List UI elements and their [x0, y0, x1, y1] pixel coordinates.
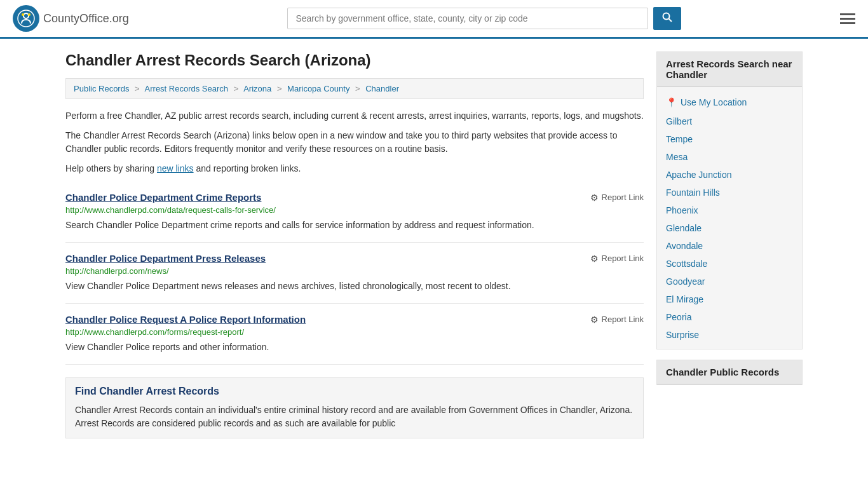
- report-link-label-2: Report Link: [602, 315, 644, 324]
- sidebar-city-11: Peoria: [657, 308, 802, 326]
- location-pin-icon: 📍: [666, 97, 677, 107]
- sidebar-city-8: Scottsdale: [657, 255, 802, 273]
- report-icon-2: ⚙: [590, 315, 599, 325]
- nearby-title: Arrest Records Search near Chandler: [657, 52, 802, 87]
- menu-line-2: [840, 18, 855, 20]
- svg-point-2: [22, 13, 24, 16]
- nearby-list: 📍 Use My Location Gilbert Tempe Mesa Apa…: [657, 87, 802, 349]
- record-url-2: http://www.chandlerpd.com/forms/request-…: [65, 327, 644, 337]
- sidebar-city-link-11[interactable]: Peoria: [666, 312, 691, 322]
- record-url-0: http://www.chandlerpd.com/data/request-c…: [65, 205, 644, 215]
- sidebar-city-10: El Mirage: [657, 290, 802, 308]
- nearby-box: Arrest Records Search near Chandler 📍 Us…: [656, 51, 803, 349]
- search-area: [287, 7, 681, 30]
- logo-name: CountyOffice: [43, 12, 109, 25]
- sidebar-city-link-2[interactable]: Mesa: [666, 152, 688, 162]
- sidebar-city-link-9[interactable]: Goodyear: [666, 276, 705, 287]
- sidebar: Arrest Records Search near Chandler 📍 Us…: [656, 51, 803, 438]
- svg-point-4: [663, 13, 670, 20]
- sidebar-city-0: Gilbert: [657, 112, 802, 130]
- menu-line-3: [840, 22, 855, 24]
- logo-suffix: .org: [109, 12, 129, 25]
- sidebar-city-9: Goodyear: [657, 273, 802, 290]
- logo-area: CountyOffice.org: [13, 5, 129, 32]
- use-location-item: 📍 Use My Location: [657, 92, 802, 112]
- report-link-label-1: Report Link: [602, 254, 644, 263]
- new-links-link[interactable]: new links: [157, 163, 194, 173]
- sidebar-city-6: Glendale: [657, 219, 802, 237]
- bc-sep-1: >: [135, 84, 140, 93]
- logo-icon: [13, 5, 39, 32]
- bc-sep-3: >: [277, 84, 282, 93]
- description-para1: Perform a free Chandler, AZ public arres…: [65, 109, 644, 123]
- content-area: Chandler Arrest Records Search (Arizona)…: [65, 51, 644, 438]
- sidebar-city-link-7[interactable]: Avondale: [666, 241, 703, 251]
- record-title-0[interactable]: Chandler Police Department Crime Reports: [65, 192, 261, 203]
- sidebar-city-link-8[interactable]: Scottsdale: [666, 259, 707, 269]
- record-item-1: Chandler Police Department Press Release…: [65, 243, 644, 304]
- record-header-2: Chandler Police Request A Police Report …: [65, 314, 644, 325]
- record-title-1[interactable]: Chandler Police Department Press Release…: [65, 253, 266, 264]
- sidebar-city-12: Surprise: [657, 326, 802, 344]
- sidebar-city-2: Mesa: [657, 148, 802, 166]
- report-link-btn-1[interactable]: ⚙ Report Link: [590, 254, 644, 264]
- sidebar-city-link-4[interactable]: Fountain Hills: [666, 187, 720, 198]
- bc-sep-2: >: [234, 84, 239, 93]
- report-icon-0: ⚙: [590, 193, 599, 203]
- bc-sep-4: >: [355, 84, 360, 93]
- record-desc-1: View Chandler Police Department news rel…: [65, 280, 644, 293]
- page-title: Chandler Arrest Records Search (Arizona): [65, 51, 644, 69]
- record-desc-2: View Chandler Police reports and other i…: [65, 341, 644, 354]
- menu-button[interactable]: [840, 13, 855, 24]
- desc-para3-suffix: and reporting broken links.: [194, 163, 301, 173]
- report-link-btn-0[interactable]: ⚙ Report Link: [590, 193, 644, 203]
- main-container: Chandler Arrest Records Search (Arizona)…: [53, 39, 815, 451]
- report-link-label-0: Report Link: [602, 193, 644, 202]
- records-list: Chandler Police Department Crime Reports…: [65, 182, 644, 365]
- sidebar-city-link-10[interactable]: El Mirage: [666, 294, 703, 304]
- search-input[interactable]: [287, 8, 648, 29]
- sidebar-city-7: Avondale: [657, 237, 802, 255]
- header: CountyOffice.org: [0, 0, 868, 39]
- public-records-title: Chandler Public Records: [657, 360, 802, 384]
- find-section: Find Chandler Arrest Records Chandler Ar…: [65, 377, 644, 438]
- find-section-title: Find Chandler Arrest Records: [75, 386, 634, 397]
- record-title-2[interactable]: Chandler Police Request A Police Report …: [65, 314, 306, 325]
- sidebar-city-link-5[interactable]: Phoenix: [666, 205, 698, 215]
- breadcrumb-public-records[interactable]: Public Records: [74, 84, 129, 93]
- svg-line-5: [669, 19, 672, 22]
- breadcrumb-arrest-records[interactable]: Arrest Records Search: [145, 84, 229, 93]
- breadcrumb: Public Records > Arrest Records Search >…: [65, 78, 644, 99]
- desc-para3-prefix: Help others by sharing: [65, 163, 157, 173]
- sidebar-city-3: Apache Junction: [657, 166, 802, 184]
- use-location-link[interactable]: Use My Location: [681, 97, 747, 107]
- public-records-box: Chandler Public Records: [656, 360, 803, 385]
- record-header-1: Chandler Police Department Press Release…: [65, 253, 644, 264]
- record-desc-0: Search Chandler Police Department crime …: [65, 219, 644, 232]
- svg-point-3: [28, 13, 31, 16]
- description-para2: The Chandler Arrest Records Search (Ariz…: [65, 129, 644, 156]
- report-icon-1: ⚙: [590, 254, 599, 264]
- description-para3: Help others by sharing new links and rep…: [65, 162, 644, 175]
- sidebar-city-link-1[interactable]: Tempe: [666, 134, 693, 144]
- find-section-text: Chandler Arrest Records contain an indiv…: [75, 403, 634, 430]
- sidebar-city-1: Tempe: [657, 130, 802, 148]
- breadcrumb-maricopa[interactable]: Maricopa County: [287, 84, 349, 93]
- logo-text: CountyOffice.org: [43, 12, 129, 25]
- breadcrumb-arizona[interactable]: Arizona: [243, 84, 271, 93]
- record-url-1: http://chandlerpd.com/news/: [65, 266, 644, 276]
- record-item-0: Chandler Police Department Crime Reports…: [65, 182, 644, 243]
- sidebar-city-4: Fountain Hills: [657, 184, 802, 201]
- breadcrumb-chandler[interactable]: Chandler: [365, 84, 399, 93]
- search-button[interactable]: [653, 7, 681, 30]
- sidebar-city-link-0[interactable]: Gilbert: [666, 116, 692, 126]
- report-link-btn-2[interactable]: ⚙ Report Link: [590, 315, 644, 325]
- sidebar-city-link-12[interactable]: Surprise: [666, 330, 699, 340]
- sidebar-city-link-3[interactable]: Apache Junction: [666, 170, 732, 180]
- record-header-0: Chandler Police Department Crime Reports…: [65, 192, 644, 203]
- sidebar-city-5: Phoenix: [657, 201, 802, 219]
- sidebar-city-link-6[interactable]: Glendale: [666, 223, 702, 233]
- record-item-2: Chandler Police Request A Police Report …: [65, 304, 644, 365]
- menu-line-1: [840, 13, 855, 15]
